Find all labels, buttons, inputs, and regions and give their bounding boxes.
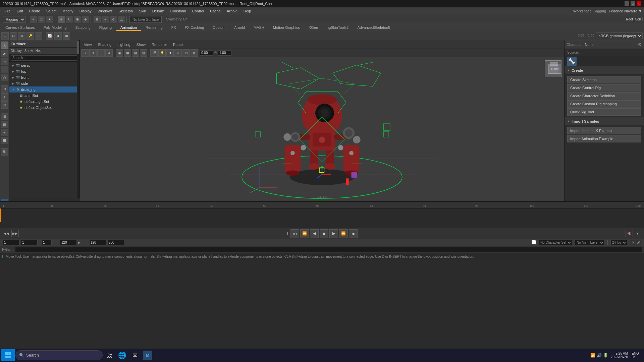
vp-tb2-btn2[interactable]: ⊙ [89, 49, 97, 57]
vp-tb2-btn1[interactable]: ⊡ [81, 49, 89, 57]
quick-rig-tool-btn[interactable]: Quick Rig Tool [567, 108, 641, 116]
tab-adv-skeleton5[interactable]: AdvancedSkeleton5 [353, 25, 394, 31]
vp-menu-shading[interactable]: Shading [95, 42, 114, 47]
current-frame-input[interactable] [200, 50, 213, 56]
tab-custom[interactable]: Custom [209, 25, 229, 31]
taskbar-search-box[interactable]: 🔍 Search [15, 350, 103, 360]
vp-menu-panels[interactable]: Panels [170, 42, 187, 47]
tb2-btn3[interactable]: ⊞ [18, 32, 25, 40]
menu-modify[interactable]: Modify [60, 8, 76, 14]
next-key-btn[interactable]: ▶▶ [11, 230, 19, 237]
live-surface-btn[interactable]: No Live Surface [129, 16, 162, 23]
outliner-menu-display[interactable]: Display [11, 49, 22, 53]
snap-view-btn[interactable]: △ [118, 16, 125, 23]
outliner-search-input[interactable] [11, 55, 78, 61]
menu-skeleton[interactable]: Skeleton [116, 8, 136, 14]
gamma-select[interactable]: sRGB gamma (legacy) [596, 33, 643, 39]
paint-btn[interactable]: 🖌 [1, 50, 8, 57]
start-frame-input2[interactable] [21, 240, 38, 245]
outliner-menu-help[interactable]: Help [36, 49, 43, 53]
create-control-rig-btn[interactable]: Create Control Rig [567, 84, 641, 92]
anim-start-input[interactable] [42, 240, 52, 245]
paint-select-btn[interactable]: ✦ [46, 16, 53, 23]
playback-speed-input[interactable] [218, 50, 231, 56]
layer-btn[interactable]: ▤ [1, 121, 8, 128]
mesh-btn[interactable]: ⬡ [1, 74, 8, 81]
fps-select[interactable]: 24 fps [610, 240, 627, 245]
tab-animation[interactable]: Animation [116, 25, 141, 31]
tb2-btn1[interactable]: ⊡ [1, 32, 9, 40]
import-samples-header[interactable]: ▼ Import Samples [565, 117, 644, 125]
menu-deform[interactable]: Deform [150, 8, 167, 14]
start-frame-input[interactable] [3, 240, 19, 245]
create-character-definition-btn[interactable]: Create Character Definition [567, 92, 641, 100]
anim-layer-select[interactable]: No Anim Layer [575, 240, 605, 245]
tab-sculpting[interactable]: Sculpting [71, 25, 95, 31]
select-mode-btn[interactable]: ↖ [1, 42, 8, 49]
menu-cache[interactable]: Cache [207, 8, 223, 14]
tb2-graph-btn[interactable]: 📈 [46, 32, 53, 40]
taskbar-maya[interactable]: M [142, 349, 154, 361]
outliner-item-side[interactable]: ▶ 📷 side [9, 80, 79, 86]
grid-view-btn[interactable]: ⊞ [1, 113, 8, 120]
outliner-item-animbot[interactable]: ▦ animBot [9, 93, 79, 99]
select-tool-btn[interactable]: ↖ [30, 16, 37, 23]
create-custom-rig-mapping-btn[interactable]: Create Custom Rig Mapping [567, 100, 641, 108]
vp-menu-renderer[interactable]: Renderer [149, 42, 170, 47]
vp-layout-1[interactable]: ▣ [116, 49, 123, 57]
menu-control[interactable]: Control [190, 8, 207, 14]
python-input[interactable] [15, 247, 642, 252]
skin-btn[interactable]: ⊡ [1, 101, 8, 109]
tb2-dope-btn[interactable]: ◆ [54, 32, 62, 40]
tb2-btn5[interactable]: ⬚ [35, 32, 42, 40]
import-animation-btn[interactable]: Import Animation Example [567, 135, 641, 142]
maximize-button[interactable]: □ [631, 1, 635, 6]
taskbar-mail[interactable]: ✉ [129, 349, 141, 361]
tab-ngskintools2[interactable]: ngSkinTools2 [323, 25, 353, 31]
outliner-scrollbar[interactable] [77, 40, 79, 198]
right-panel-settings-icon[interactable]: ⚙ [638, 42, 642, 47]
vp-xray-btn[interactable]: ✕ [191, 49, 198, 57]
menu-constrain[interactable]: Constrain [168, 8, 189, 14]
render-end-input[interactable] [89, 240, 106, 245]
anim-end-input[interactable] [60, 240, 77, 245]
menu-select[interactable]: Select [44, 8, 59, 14]
heart-btn[interactable]: ♥ [634, 230, 641, 237]
move-tool-btn[interactable]: ✛ [58, 16, 65, 23]
status-icon-btn2[interactable]: 🔊 [636, 240, 641, 245]
outliner-item-front[interactable]: ▶ 📷 front [9, 74, 79, 80]
tab-fx[interactable]: FX [167, 25, 180, 31]
vp-menu-view[interactable]: View [81, 42, 95, 47]
vp-aa-btn[interactable]: A [174, 49, 182, 57]
menu-windows[interactable]: Windows [95, 8, 115, 14]
snap-point-btn[interactable]: ⊙ [110, 16, 117, 23]
prev-key-btn[interactable]: ◀◀ [3, 230, 10, 237]
menu-skin[interactable]: Skin [136, 8, 149, 14]
char-set-check[interactable] [532, 240, 536, 244]
vp-layout-3[interactable]: ▤ [132, 49, 139, 57]
tb2-btn2[interactable]: ⊟ [10, 32, 17, 40]
vp-light-btn[interactable]: 💡 [158, 49, 166, 57]
vp-tb2-btn3[interactable]: ⬚ [97, 49, 105, 57]
menu-file[interactable]: File [2, 8, 13, 14]
tab-curves-surfaces[interactable]: Curves / Surfaces [1, 25, 39, 31]
step-back-btn[interactable]: ⏪ [300, 229, 309, 238]
snap-grid-btn[interactable]: ⊞ [94, 16, 101, 23]
tab-motion-graphics[interactable]: Motion Graphics [269, 25, 304, 31]
tab-rendering[interactable]: Rendering [142, 25, 167, 31]
taskbar-start-button[interactable] [1, 349, 15, 361]
tb2-trax-btn[interactable]: ▦ [63, 32, 70, 40]
tb2-btn4[interactable]: 🔑 [26, 32, 34, 40]
outliner-menu-show[interactable]: Show [24, 49, 33, 53]
outliner-item-persp[interactable]: ▶ 📷 persp [9, 62, 79, 68]
vp-render-btn[interactable]: 🎬 [150, 49, 158, 57]
close-button[interactable]: ✕ [637, 1, 641, 6]
vp-tb2-btn4[interactable]: ◈ [105, 49, 113, 57]
tab-xgen[interactable]: XGen [305, 25, 322, 31]
create-section-header[interactable]: ▼ Create [565, 66, 644, 74]
menu-create[interactable]: Create [26, 8, 43, 14]
go-end-btn[interactable]: ⏭ [349, 229, 358, 238]
vp-menu-lighting[interactable]: Lighting [115, 42, 133, 47]
render-end-input2[interactable] [107, 240, 124, 245]
outliner-item-top[interactable]: ▶ 📷 top [9, 68, 79, 74]
